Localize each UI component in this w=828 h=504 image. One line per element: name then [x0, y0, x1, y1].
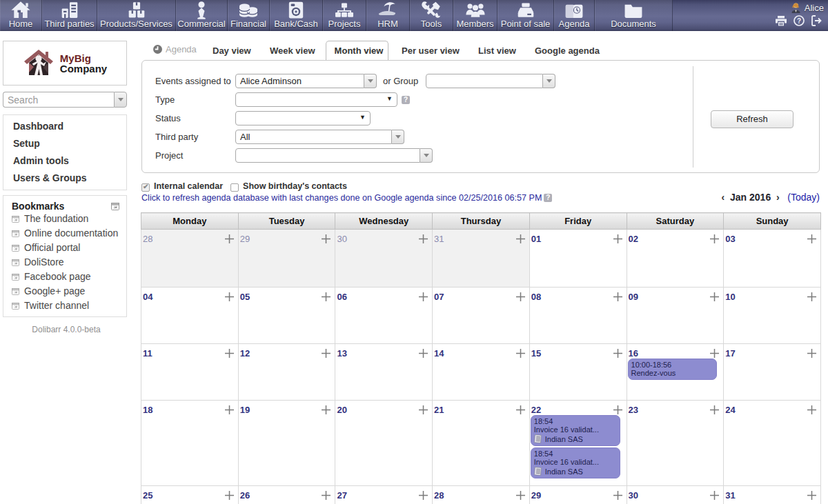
svg-text:?: ? — [797, 17, 801, 25]
